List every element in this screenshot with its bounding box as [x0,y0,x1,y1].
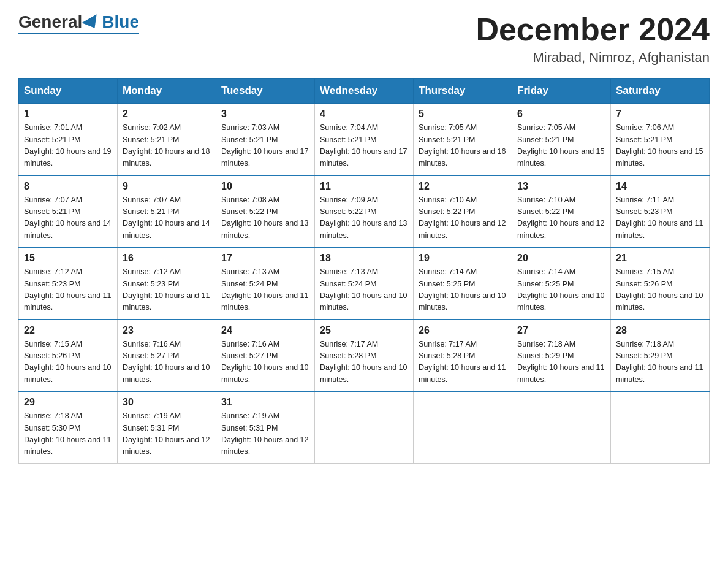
calendar-cell [512,391,611,463]
day-number: 12 [419,181,507,192]
calendar-cell: 15 Sunrise: 7:12 AMSunset: 5:23 PMDaylig… [19,247,118,320]
calendar-cell: 13 Sunrise: 7:10 AMSunset: 5:22 PMDaylig… [512,175,611,248]
day-number: 2 [123,109,211,120]
month-title: December 2024 [476,12,710,47]
calendar-cell [611,391,710,463]
calendar-cell: 6 Sunrise: 7:05 AMSunset: 5:21 PMDayligh… [512,104,611,175]
calendar-cell: 5 Sunrise: 7:05 AMSunset: 5:21 PMDayligh… [414,104,512,175]
calendar-cell: 22 Sunrise: 7:15 AMSunset: 5:26 PMDaylig… [19,320,118,392]
day-number: 5 [419,109,507,120]
calendar-header-row: SundayMondayTuesdayWednesdayThursdayFrid… [19,79,710,104]
day-number: 23 [123,325,211,336]
calendar-week-row: 15 Sunrise: 7:12 AMSunset: 5:23 PMDaylig… [19,247,710,320]
calendar-week-row: 1 Sunrise: 7:01 AMSunset: 5:21 PMDayligh… [19,104,710,175]
day-info: Sunrise: 7:11 AMSunset: 5:23 PMDaylight:… [616,196,703,240]
day-info: Sunrise: 7:13 AMSunset: 5:24 PMDaylight:… [320,267,407,312]
day-number: 10 [221,181,309,192]
day-number: 18 [320,253,408,264]
calendar-header-wednesday: Wednesday [315,79,414,104]
day-info: Sunrise: 7:14 AMSunset: 5:25 PMDaylight:… [517,267,604,312]
day-number: 1 [24,109,112,120]
calendar-cell: 14 Sunrise: 7:11 AMSunset: 5:23 PMDaylig… [611,175,710,248]
calendar-week-row: 8 Sunrise: 7:07 AMSunset: 5:21 PMDayligh… [19,175,710,248]
calendar-cell: 10 Sunrise: 7:08 AMSunset: 5:22 PMDaylig… [216,175,315,248]
calendar-cell: 29 Sunrise: 7:18 AMSunset: 5:30 PMDaylig… [19,391,118,463]
day-info: Sunrise: 7:12 AMSunset: 5:23 PMDaylight:… [123,267,210,312]
day-info: Sunrise: 7:12 AMSunset: 5:23 PMDaylight:… [24,267,111,312]
title-area: December 2024 Mirabad, Nimroz, Afghanist… [476,12,710,66]
calendar-cell: 21 Sunrise: 7:15 AMSunset: 5:26 PMDaylig… [611,247,710,320]
day-info: Sunrise: 7:18 AMSunset: 5:29 PMDaylight:… [517,340,604,384]
day-info: Sunrise: 7:16 AMSunset: 5:27 PMDaylight:… [221,340,308,384]
day-info: Sunrise: 7:19 AMSunset: 5:31 PMDaylight:… [221,412,308,456]
day-info: Sunrise: 7:06 AMSunset: 5:21 PMDaylight:… [616,123,703,167]
day-info: Sunrise: 7:18 AMSunset: 5:29 PMDaylight:… [616,340,703,384]
calendar-cell: 23 Sunrise: 7:16 AMSunset: 5:27 PMDaylig… [118,320,216,392]
day-info: Sunrise: 7:16 AMSunset: 5:27 PMDaylight:… [123,340,210,384]
day-info: Sunrise: 7:05 AMSunset: 5:21 PMDaylight:… [517,123,604,167]
calendar-week-row: 22 Sunrise: 7:15 AMSunset: 5:26 PMDaylig… [19,320,710,392]
day-info: Sunrise: 7:13 AMSunset: 5:24 PMDaylight:… [221,267,308,312]
day-number: 11 [320,181,408,192]
day-info: Sunrise: 7:17 AMSunset: 5:28 PMDaylight:… [419,340,506,384]
calendar-cell [414,391,512,463]
logo-blue-text: Blue [102,12,139,32]
day-number: 25 [320,325,408,336]
calendar-header-thursday: Thursday [414,79,512,104]
day-number: 29 [24,397,112,408]
calendar-cell: 9 Sunrise: 7:07 AMSunset: 5:21 PMDayligh… [118,175,216,248]
day-number: 8 [24,181,112,192]
calendar-cell: 12 Sunrise: 7:10 AMSunset: 5:22 PMDaylig… [414,175,512,248]
calendar-cell: 18 Sunrise: 7:13 AMSunset: 5:24 PMDaylig… [315,247,414,320]
calendar-week-row: 29 Sunrise: 7:18 AMSunset: 5:30 PMDaylig… [19,391,710,463]
day-info: Sunrise: 7:15 AMSunset: 5:26 PMDaylight:… [616,267,703,312]
day-info: Sunrise: 7:18 AMSunset: 5:30 PMDaylight:… [24,412,111,456]
calendar-header-friday: Friday [512,79,611,104]
calendar-cell: 26 Sunrise: 7:17 AMSunset: 5:28 PMDaylig… [414,320,512,392]
day-number: 26 [419,325,507,336]
calendar-cell: 1 Sunrise: 7:01 AMSunset: 5:21 PMDayligh… [19,104,118,175]
day-info: Sunrise: 7:10 AMSunset: 5:22 PMDaylight:… [517,196,604,240]
calendar-cell [315,391,414,463]
day-info: Sunrise: 7:02 AMSunset: 5:21 PMDaylight:… [123,123,210,167]
day-number: 16 [123,253,211,264]
calendar-header-saturday: Saturday [611,79,710,104]
calendar-cell: 11 Sunrise: 7:09 AMSunset: 5:22 PMDaylig… [315,175,414,248]
logo-underline [18,33,139,34]
day-number: 30 [123,397,211,408]
logo-arrow-icon [82,14,102,33]
day-number: 22 [24,325,112,336]
day-info: Sunrise: 7:04 AMSunset: 5:21 PMDaylight:… [320,123,407,167]
calendar-cell: 17 Sunrise: 7:13 AMSunset: 5:24 PMDaylig… [216,247,315,320]
logo: General Blue [18,12,139,34]
day-number: 7 [616,109,704,120]
calendar-cell: 7 Sunrise: 7:06 AMSunset: 5:21 PMDayligh… [611,104,710,175]
day-number: 27 [517,325,605,336]
day-info: Sunrise: 7:17 AMSunset: 5:28 PMDaylight:… [320,340,407,384]
day-info: Sunrise: 7:07 AMSunset: 5:21 PMDaylight:… [24,196,111,240]
calendar-header-tuesday: Tuesday [216,79,315,104]
day-number: 31 [221,397,309,408]
calendar-table: SundayMondayTuesdayWednesdayThursdayFrid… [18,78,710,464]
day-number: 13 [517,181,605,192]
calendar-cell: 20 Sunrise: 7:14 AMSunset: 5:25 PMDaylig… [512,247,611,320]
calendar-header-sunday: Sunday [19,79,118,104]
location-subtitle: Mirabad, Nimroz, Afghanistan [476,50,710,66]
day-info: Sunrise: 7:03 AMSunset: 5:21 PMDaylight:… [221,123,308,167]
calendar-cell: 28 Sunrise: 7:18 AMSunset: 5:29 PMDaylig… [611,320,710,392]
day-info: Sunrise: 7:14 AMSunset: 5:25 PMDaylight:… [419,267,506,312]
day-info: Sunrise: 7:08 AMSunset: 5:22 PMDaylight:… [221,196,308,240]
calendar-cell: 27 Sunrise: 7:18 AMSunset: 5:29 PMDaylig… [512,320,611,392]
day-number: 21 [616,253,704,264]
day-number: 4 [320,109,408,120]
logo-general-text: General [18,12,82,32]
calendar-cell: 25 Sunrise: 7:17 AMSunset: 5:28 PMDaylig… [315,320,414,392]
day-info: Sunrise: 7:10 AMSunset: 5:22 PMDaylight:… [419,196,506,240]
day-number: 3 [221,109,309,120]
calendar-cell: 4 Sunrise: 7:04 AMSunset: 5:21 PMDayligh… [315,104,414,175]
day-number: 17 [221,253,309,264]
day-number: 9 [123,181,211,192]
day-info: Sunrise: 7:01 AMSunset: 5:21 PMDaylight:… [24,123,111,167]
calendar-header-monday: Monday [118,79,216,104]
calendar-cell: 3 Sunrise: 7:03 AMSunset: 5:21 PMDayligh… [216,104,315,175]
